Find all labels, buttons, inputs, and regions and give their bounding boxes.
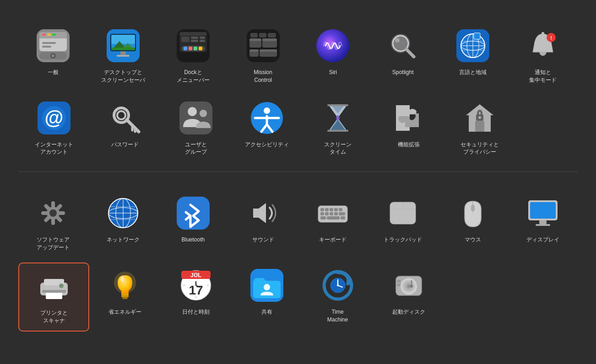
svg-rect-25 — [184, 47, 187, 50]
timemachine-icon — [320, 267, 356, 304]
item-internet[interactable]: @ インターネット アカウント — [18, 95, 89, 163]
item-notifications[interactable]: ! 通知と 集中モード — [508, 23, 578, 91]
item-extensions[interactable]: 機能拡張 — [373, 95, 444, 155]
svg-rect-131 — [539, 220, 547, 224]
item-language[interactable]: 言語と地域 — [438, 23, 508, 83]
item-datetime[interactable]: JUL 17 日付と時刻 — [160, 262, 231, 322]
item-spotlight[interactable]: Spotlight — [368, 23, 438, 83]
svg-rect-117 — [330, 212, 333, 215]
bluetooth-label: Bluetooth — [182, 236, 205, 244]
item-siri[interactable]: Siri — [298, 23, 368, 83]
extensions-icon — [390, 100, 427, 136]
datetime-icon: JUL 17 — [178, 267, 214, 304]
sound-label: サウンド — [252, 236, 274, 244]
printer-icon — [36, 268, 72, 305]
item-general[interactable]: 一般 — [18, 23, 88, 83]
item-network[interactable]: ネットワーク — [88, 190, 158, 250]
item-energy[interactable]: 省エネルギー — [89, 262, 160, 322]
svg-rect-118 — [334, 212, 338, 215]
siri-icon — [314, 27, 351, 64]
mouse-icon — [455, 195, 491, 231]
svg-rect-142 — [121, 295, 129, 297]
svg-rect-110 — [320, 208, 324, 211]
dock-icon — [175, 27, 211, 64]
screentime-icon — [320, 100, 356, 136]
users-label: ユーザと グループ — [185, 141, 207, 156]
svg-point-11 — [52, 54, 54, 57]
svg-rect-31 — [200, 37, 205, 39]
internet-label: インターネット アカウント — [35, 141, 73, 156]
network-icon — [105, 195, 141, 231]
item-accessibility[interactable]: アクセシビリティ — [231, 95, 302, 155]
svg-rect-112 — [330, 208, 333, 211]
svg-rect-143 — [122, 297, 128, 299]
general-label: 一般 — [48, 69, 59, 76]
svg-rect-116 — [325, 212, 329, 215]
svg-line-96 — [58, 206, 60, 209]
item-bluetooth[interactable]: Bluetooth — [158, 190, 228, 250]
item-screentime[interactable]: スクリーン タイム — [302, 95, 373, 163]
svg-rect-29 — [181, 37, 190, 42]
grid-row-3: ソフトウェア アップデート — [18, 190, 578, 258]
svg-point-173 — [410, 285, 413, 288]
keyboard-icon — [314, 195, 351, 231]
svg-point-76 — [264, 107, 270, 114]
software-label: ソフトウェア アップデート — [37, 236, 70, 252]
bluetooth-icon — [175, 195, 211, 231]
item-timemachine[interactable]: Time Machine — [302, 262, 373, 330]
section-divider-1 — [18, 171, 578, 172]
svg-rect-8 — [42, 46, 51, 48]
svg-rect-36 — [249, 38, 261, 41]
svg-point-68 — [117, 111, 125, 119]
item-dock[interactable]: Dockと メニューバー — [158, 23, 228, 91]
mission-label: Mission Control — [254, 69, 272, 84]
security-label: セキュリティと プライバシー — [461, 141, 499, 156]
item-software[interactable]: ソフトウェア アップデート — [18, 190, 88, 258]
spotlight-label: Spotlight — [392, 69, 414, 76]
svg-rect-120 — [320, 216, 326, 219]
svg-rect-175 — [397, 284, 401, 286]
item-desktop[interactable]: デスクトップと スクリーンセーバ — [88, 23, 158, 91]
trackpad-label: トラックパッド — [384, 236, 422, 244]
grid-row-2: @ インターネット アカウント パスワード — [18, 95, 578, 163]
svg-rect-128 — [471, 205, 475, 211]
svg-rect-61 — [542, 32, 544, 35]
keyboard-label: キーボード — [319, 236, 347, 244]
svg-point-88 — [478, 116, 481, 119]
item-keyboard[interactable]: キーボード — [298, 190, 368, 250]
system-preferences-window: 一般 — [0, 0, 596, 364]
grid-row-1: 一般 — [18, 23, 578, 91]
svg-rect-86 — [475, 121, 484, 132]
extensions-label: 機能拡張 — [398, 141, 420, 149]
item-security[interactable]: セキュリティと プライバシー — [444, 95, 515, 163]
item-startup[interactable]: 起動ディスク — [373, 262, 444, 322]
item-trackpad[interactable]: トラックパッド — [368, 190, 438, 250]
item-sharing[interactable]: 共有 — [231, 262, 302, 322]
svg-line-98 — [58, 218, 60, 220]
users-icon — [178, 100, 214, 136]
startup-label: 起動ディスク — [392, 308, 425, 316]
security-icon — [461, 100, 498, 136]
svg-rect-33 — [200, 40, 205, 42]
svg-rect-115 — [320, 212, 324, 215]
section-personal: 一般 — [0, 9, 596, 167]
desktop-icon — [105, 27, 141, 64]
svg-point-51 — [395, 38, 400, 43]
item-sound[interactable]: サウンド — [228, 190, 298, 250]
svg-rect-6 — [39, 36, 67, 38]
svg-point-164 — [337, 284, 339, 286]
item-users[interactable]: ユーザと グループ — [160, 95, 231, 163]
item-mouse[interactable]: マウス — [438, 190, 508, 250]
svg-rect-45 — [268, 33, 276, 37]
svg-rect-82 — [327, 104, 348, 106]
item-printer[interactable]: プリンタと スキャナ — [18, 262, 89, 332]
item-display[interactable]: ディスプレイ — [508, 190, 578, 250]
timemachine-label: Time Machine — [327, 308, 348, 324]
svg-rect-42 — [260, 49, 277, 52]
svg-rect-23 — [179, 32, 207, 36]
svg-rect-44 — [259, 33, 266, 37]
svg-rect-30 — [191, 37, 198, 39]
item-password[interactable]: パスワード — [89, 95, 160, 155]
item-mission[interactable]: Mission Control — [228, 23, 298, 91]
notifications-label: 通知と 集中モード — [529, 69, 557, 84]
